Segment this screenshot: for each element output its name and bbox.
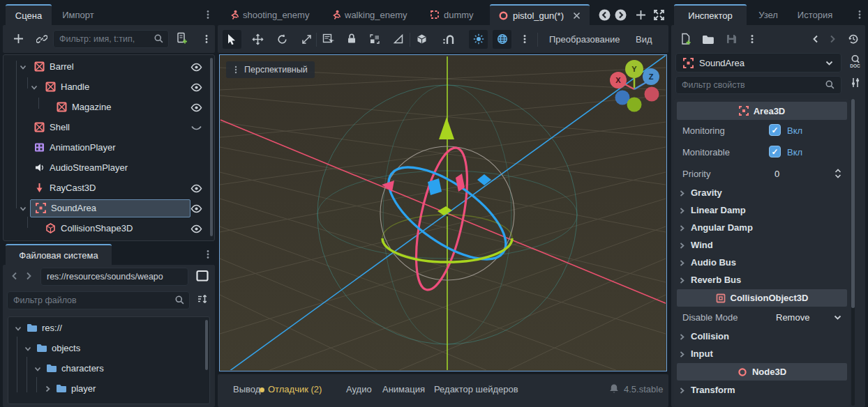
group-reverb-bus[interactable]: Reverb Bus bbox=[677, 272, 847, 289]
visibility-eye-icon[interactable] bbox=[190, 224, 202, 233]
tab-scene[interactable]: Сцена bbox=[6, 4, 52, 25]
visibility-eye-icon[interactable] bbox=[190, 184, 202, 193]
inspector-extra-menu-icon[interactable] bbox=[747, 33, 758, 45]
tab-node[interactable]: Узел bbox=[748, 4, 788, 25]
scene-tab-pistol-gun[interactable]: pistol_gun(*) bbox=[490, 4, 590, 25]
group-input[interactable]: Input bbox=[677, 346, 847, 363]
distraction-free-icon[interactable] bbox=[653, 9, 665, 21]
attach-script-icon[interactable] bbox=[176, 32, 188, 45]
inspector-dock-menu-icon[interactable] bbox=[854, 9, 865, 20]
file-row-res[interactable]: res:// bbox=[8, 318, 208, 337]
notification-bell-icon[interactable] bbox=[608, 383, 620, 395]
debugger-button[interactable]: Отладчик (2) bbox=[268, 384, 322, 394]
history-forward-icon[interactable] bbox=[828, 34, 837, 44]
output-button[interactable]: Вывод bbox=[233, 384, 260, 394]
audio-button[interactable]: Аудио bbox=[346, 384, 372, 394]
rotate-tool-icon[interactable] bbox=[276, 33, 288, 45]
group-linear-damp[interactable]: Linear Damp bbox=[677, 202, 847, 220]
disable-mode-value[interactable]: Remove bbox=[776, 312, 809, 323]
visibility-eye-icon[interactable] bbox=[190, 204, 202, 213]
file-row-characters[interactable]: characters bbox=[8, 359, 208, 378]
filesystem-menu-icon[interactable] bbox=[202, 249, 214, 260]
section-header-node3d[interactable]: Node3D bbox=[677, 363, 847, 381]
viewport-menu-icon[interactable] bbox=[519, 33, 530, 45]
file-row-player[interactable]: player bbox=[8, 379, 208, 398]
3d-viewport[interactable]: Y X Z bbox=[219, 54, 667, 371]
group-transform[interactable]: Transform bbox=[677, 382, 847, 399]
nav-back-icon[interactable] bbox=[10, 271, 20, 281]
tab-import[interactable]: Импорт bbox=[53, 4, 103, 25]
shader-editor-button[interactable]: Редактор шейдеров bbox=[434, 384, 518, 394]
open-docs-icon[interactable]: DOC bbox=[848, 54, 862, 68]
tab-inspector[interactable]: Инспектор bbox=[674, 4, 747, 25]
animation-button[interactable]: Анимация bbox=[382, 384, 425, 394]
file-tree-scrollbar[interactable] bbox=[205, 320, 208, 370]
collapse-icon[interactable] bbox=[24, 344, 32, 353]
collapse-icon[interactable] bbox=[33, 364, 42, 373]
move-tool-icon[interactable] bbox=[252, 33, 264, 45]
visibility-eye-icon[interactable] bbox=[190, 103, 202, 112]
file-filter-input[interactable] bbox=[7, 291, 190, 309]
next-scene-icon[interactable] bbox=[615, 9, 627, 21]
scene-filter-input[interactable] bbox=[53, 30, 169, 48]
tree-row-raycast3d[interactable]: RayCast3D bbox=[3, 178, 213, 197]
save-resource-icon[interactable] bbox=[726, 33, 737, 45]
collapse-icon[interactable] bbox=[19, 204, 27, 213]
scale-tool-icon[interactable] bbox=[301, 33, 313, 45]
tree-row-barrel[interactable]: Barrel bbox=[3, 57, 213, 76]
load-resource-folder-icon[interactable] bbox=[702, 34, 714, 45]
group-angular-damp[interactable]: Angular Damp bbox=[677, 220, 847, 237]
lock-icon[interactable] bbox=[346, 33, 357, 45]
new-scene-tab-icon[interactable] bbox=[635, 9, 647, 21]
collapse-icon[interactable] bbox=[30, 83, 38, 91]
tab-history[interactable]: История bbox=[788, 4, 841, 25]
close-icon[interactable] bbox=[572, 11, 581, 20]
file-sort-icon[interactable] bbox=[197, 293, 209, 305]
tree-row-handle[interactable]: Handle bbox=[3, 77, 213, 96]
group-audio-bus[interactable]: Audio Bus bbox=[677, 254, 847, 272]
spinner-icon[interactable] bbox=[833, 168, 843, 179]
tree-row-animationplayer[interactable]: AnimationPlayer bbox=[3, 138, 213, 157]
tree-row-magazine[interactable]: Magazine bbox=[3, 98, 213, 116]
scene-tab-walking-enemy[interactable]: walking_enemy bbox=[322, 4, 416, 25]
tree-row-soundarea[interactable]: SoundArea bbox=[3, 199, 213, 217]
group-gravity[interactable]: Gravity bbox=[677, 185, 847, 202]
visibility-eye-closed-icon[interactable] bbox=[190, 125, 202, 132]
ruler-icon[interactable] bbox=[393, 33, 404, 45]
scene-dock-menu-icon[interactable] bbox=[202, 9, 214, 20]
visibility-eye-icon[interactable] bbox=[190, 83, 202, 92]
section-header-area3d[interactable]: Area3D bbox=[677, 102, 847, 120]
tab-filesystem[interactable]: Файловая система bbox=[6, 244, 112, 265]
snap-object-icon[interactable] bbox=[416, 33, 428, 45]
preview-sunlight-icon[interactable] bbox=[473, 33, 484, 45]
file-row-objects[interactable]: objects bbox=[8, 339, 208, 358]
instance-scene-icon[interactable] bbox=[36, 33, 47, 45]
monitoring-checkbox[interactable] bbox=[769, 124, 781, 136]
visibility-eye-icon[interactable] bbox=[190, 63, 202, 72]
expand-icon[interactable] bbox=[43, 385, 52, 393]
scene-tab-shooting-enemy[interactable]: shooting_enemy bbox=[220, 4, 317, 25]
split-view-icon[interactable] bbox=[195, 269, 209, 283]
inspector-scrollbar[interactable] bbox=[851, 99, 855, 308]
collapse-icon[interactable] bbox=[19, 63, 27, 71]
tree-row-shell[interactable]: Shell bbox=[3, 118, 213, 137]
group-collision[interactable]: Collision bbox=[677, 328, 847, 346]
view-menu[interactable]: Вид bbox=[636, 34, 652, 45]
chevron-down-icon[interactable] bbox=[833, 313, 842, 322]
monitorable-checkbox[interactable] bbox=[769, 146, 781, 158]
add-node-icon[interactable] bbox=[13, 33, 24, 45]
section-header-collisionobject3d[interactable]: CollisionObject3D bbox=[677, 289, 847, 307]
tree-row-collisionshape3d[interactable]: CollisionShape3D bbox=[3, 219, 213, 238]
prev-scene-icon[interactable] bbox=[599, 9, 611, 21]
list-select-icon[interactable] bbox=[322, 33, 334, 45]
tree-row-audiostreamplayer[interactable]: AudioStreamPlayer bbox=[3, 158, 213, 177]
scene-tree-scrollbar[interactable] bbox=[210, 58, 213, 236]
group-wind[interactable]: Wind bbox=[677, 237, 847, 254]
property-tools-icon[interactable] bbox=[850, 77, 861, 89]
nav-forward-icon[interactable] bbox=[24, 271, 33, 281]
group-icon[interactable] bbox=[369, 33, 381, 45]
collapse-icon[interactable] bbox=[14, 324, 22, 332]
new-resource-icon[interactable] bbox=[680, 33, 692, 45]
path-input[interactable] bbox=[40, 268, 188, 286]
priority-value[interactable]: 0 bbox=[775, 169, 779, 179]
